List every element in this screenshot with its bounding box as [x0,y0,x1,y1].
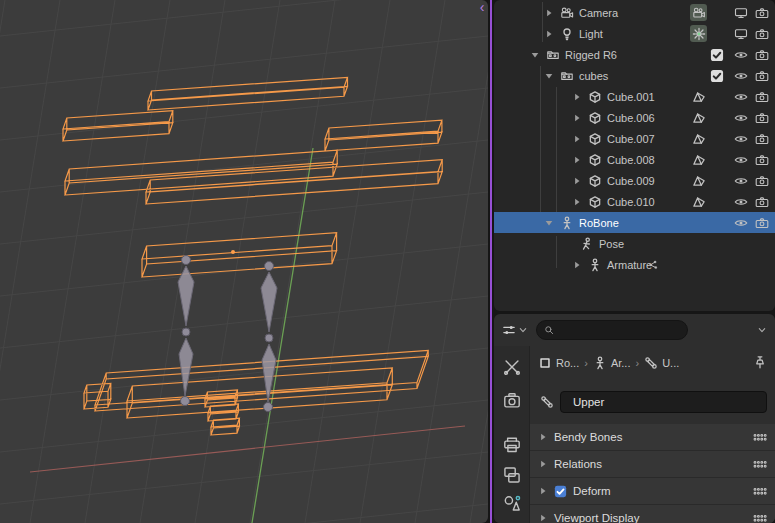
panel-header-viewport-display[interactable]: Viewport Display [530,505,775,523]
disclosure-right-icon[interactable] [572,197,582,207]
data-icon-box [690,25,707,42]
tab-output[interactable] [503,436,521,454]
eye-icon[interactable] [734,90,748,104]
checkbox-icon[interactable] [710,48,724,62]
eye-icon[interactable] [734,132,748,146]
disclosure-down-icon[interactable] [544,218,554,228]
camera-toggle-icon[interactable] [755,195,769,209]
header-menu-chevron-icon[interactable] [757,325,767,335]
scene-tab-icon [503,494,521,512]
eye-icon[interactable] [734,195,748,209]
eye-icon[interactable] [734,216,748,230]
eye-icon[interactable] [734,111,748,125]
sidebar-collapse-arrow-icon[interactable]: ‹ [476,0,488,16]
outliner-row-label: Cube.007 [607,133,655,145]
disclosure-down-icon[interactable] [544,71,554,81]
disclosure-right-icon[interactable] [572,176,582,186]
light-data-icon [692,27,706,41]
linked-data-icon [646,258,660,272]
grip-icon[interactable] [753,460,767,469]
panel-header-deform[interactable]: Deform [530,478,775,505]
camera-toggle-icon[interactable] [755,90,769,104]
outliner-row-cubes[interactable]: cubes [494,65,775,86]
disclosure-down-icon[interactable] [530,50,540,60]
pin-icon[interactable] [753,355,767,369]
properties-content: Ro...›Ar...›U... Bendy BonesRelationsDef… [530,346,775,523]
panel-label: Viewport Display [554,512,639,523]
outliner-row-cube-001[interactable]: Cube.001 [494,86,775,107]
camera-toggle-icon[interactable] [755,111,769,125]
tab-view-layer[interactable] [503,466,521,484]
disclosure-right-icon[interactable] [544,29,554,39]
camera-toggle-icon[interactable] [755,174,769,188]
breadcrumb-item[interactable]: U... [644,356,679,370]
monitor-icon[interactable] [734,6,748,20]
search-input[interactable] [559,324,680,336]
outliner-row-cube-006[interactable]: Cube.006 [494,107,775,128]
tab-render[interactable] [503,392,521,410]
breadcrumb-label: Ar... [611,357,631,369]
bone-icon [540,395,554,409]
outliner-row-cube-008[interactable]: Cube.008 [494,149,775,170]
disclosure-right-icon[interactable] [544,8,554,18]
camera-toggle-icon[interactable] [755,27,769,41]
outliner-row-label: Cube.006 [607,112,655,124]
grip-icon[interactable] [753,433,767,442]
outliner-row-label: Rigged R6 [565,49,617,61]
outliner-row-robone[interactable]: RoBone [494,212,775,233]
breadcrumb-item[interactable]: Ro... [538,356,579,370]
grip-icon[interactable] [753,514,767,523]
eye-icon[interactable] [734,48,748,62]
camera-data-icon [692,6,706,20]
mesh-data-icon [692,111,706,125]
pose-icon [580,237,594,251]
tab-tool[interactable] [503,358,521,376]
camera-toggle-icon[interactable] [755,153,769,167]
breadcrumb-label: Ro... [556,357,579,369]
outliner-row-label: Camera [579,7,618,19]
eye-icon[interactable] [734,153,748,167]
eye-icon[interactable] [734,69,748,83]
3d-viewport[interactable] [0,0,488,523]
checkbox-icon[interactable] [710,69,724,83]
outliner-row-cube-010[interactable]: Cube.010 [494,191,775,212]
outliner-row-pose[interactable]: Pose [494,233,775,254]
viewport-canvas[interactable] [0,0,488,523]
outliner-row-cube-007[interactable]: Cube.007 [494,128,775,149]
mesh-data-icon [692,174,706,188]
data-icon-box [690,4,707,21]
camera-toggle-icon[interactable] [755,69,769,83]
disclosure-right-icon[interactable] [572,92,582,102]
disclosure-right-icon[interactable] [572,134,582,144]
mesh-object-icon [588,153,602,167]
bone-name-row [540,390,767,414]
grip-icon[interactable] [753,487,767,496]
panel-header-relations[interactable]: Relations [530,451,775,478]
editor-type-button[interactable] [502,323,528,337]
mesh-data-icon [692,195,706,209]
outliner-row-armature[interactable]: Armature [494,254,775,275]
tab-scene[interactable] [503,494,521,512]
breadcrumb-separator: › [635,357,639,369]
camera-toggle-icon[interactable] [755,48,769,62]
outliner-row-cube-009[interactable]: Cube.009 [494,170,775,191]
outliner-row-light[interactable]: Light [494,23,775,44]
eye-icon[interactable] [734,174,748,188]
panel-header-bendy-bones[interactable]: Bendy Bones [530,424,775,451]
search-icon [544,325,554,335]
camera-toggle-icon[interactable] [755,132,769,146]
disclosure-right-icon[interactable] [572,113,582,123]
mesh-object-icon [588,195,602,209]
monitor-icon[interactable] [734,27,748,41]
camera-toggle-icon[interactable] [755,6,769,20]
outliner-row-camera[interactable]: Camera [494,2,775,23]
breadcrumb-item[interactable]: Ar... [593,356,631,370]
properties-search[interactable] [536,320,688,340]
disclosure-right-icon[interactable] [572,155,582,165]
checkbox-blue-icon[interactable] [554,485,567,498]
bone-name-field[interactable] [560,391,767,413]
disclosure-right-icon[interactable] [572,260,582,270]
outliner-row-rigged-r6[interactable]: Rigged R6 [494,44,775,65]
camera-toggle-icon[interactable] [755,216,769,230]
properties-panel: Ro...›Ar...›U... Bendy BonesRelationsDef… [494,314,775,523]
